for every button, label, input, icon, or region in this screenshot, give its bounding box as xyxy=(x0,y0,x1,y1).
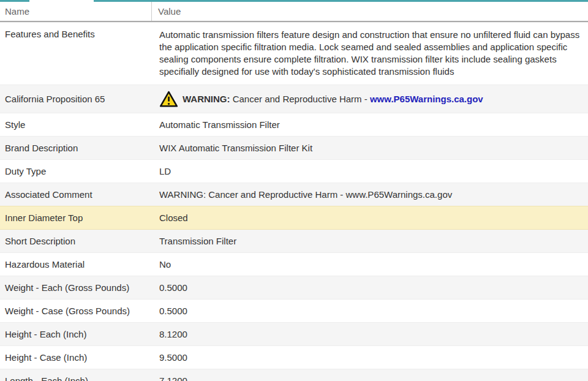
p65-warnings-link[interactable]: www.P65Warnings.ca.gov xyxy=(370,94,483,104)
row-name: Weight - Case (Gross Pounds) xyxy=(0,306,154,316)
table-row: Length - Each (Inch) 7.1200 xyxy=(0,369,588,381)
column-header-name: Name xyxy=(0,2,152,21)
table-row: Style Automatic Transmission Filter xyxy=(0,113,588,136)
row-value: WIX Automatic Transmission Filter Kit xyxy=(154,143,588,153)
table-row: Height - Case (Inch) 9.5000 xyxy=(0,345,588,369)
table-row: California Proposition 65 WARNING: Cance… xyxy=(0,85,588,113)
row-value: 0.5000 xyxy=(154,282,588,293)
row-name: Style xyxy=(0,119,154,130)
row-value: WARNING: Cancer and Reproductive Harm - … xyxy=(154,189,588,200)
row-value: 0.5000 xyxy=(154,306,588,316)
row-name: Weight - Each (Gross Pounds) xyxy=(0,282,154,293)
row-name: California Proposition 65 xyxy=(0,94,154,104)
row-name: Length - Each (Inch) xyxy=(0,375,154,381)
row-name: Inner Diameter Top xyxy=(0,213,154,223)
row-value: WARNING: Cancer and Reproductive Harm - … xyxy=(154,91,588,108)
warning-label: WARNING: xyxy=(183,94,230,104)
table-row: Associated Comment WARNING: Cancer and R… xyxy=(0,183,588,206)
table-row: Duty Type LD xyxy=(0,159,588,183)
row-value: 9.5000 xyxy=(154,352,588,363)
row-name: Duty Type xyxy=(0,166,154,176)
table-row: Weight - Each (Gross Pounds) 0.5000 xyxy=(0,276,588,299)
warning-triangle-icon xyxy=(159,91,178,108)
table-row: Weight - Case (Gross Pounds) 0.5000 xyxy=(0,299,588,322)
row-value: 8.1200 xyxy=(154,329,588,339)
table-row: Features and Benefits Automatic transmis… xyxy=(0,22,588,85)
column-header-value: Value xyxy=(152,2,588,21)
table-row: Short Description Transmission Filter xyxy=(0,230,588,252)
row-value: Automatic transmission filters feature d… xyxy=(154,29,588,78)
row-value: 7.1200 xyxy=(154,375,588,381)
row-name: Associated Comment xyxy=(0,189,154,200)
top-accent-bar xyxy=(0,0,588,2)
row-name: Brand Description xyxy=(0,143,154,153)
row-value: LD xyxy=(154,166,588,176)
warning-text: WARNING: Cancer and Reproductive Harm - … xyxy=(183,94,483,104)
table-row-highlighted: Inner Diameter Top Closed xyxy=(0,206,588,230)
row-value: Transmission Filter xyxy=(154,236,588,246)
row-value: Closed xyxy=(154,213,588,223)
row-name: Hazardous Material xyxy=(0,259,154,270)
active-tab-indicator-gap xyxy=(29,0,94,2)
row-name: Features and Benefits xyxy=(0,29,154,39)
table-row: Height - Each (Inch) 8.1200 xyxy=(0,322,588,345)
warning-body: Cancer and Reproductive Harm - xyxy=(230,94,370,104)
row-value: Automatic Transmission Filter xyxy=(154,119,588,130)
table-header: Name Value xyxy=(0,2,588,22)
row-name: Height - Each (Inch) xyxy=(0,329,154,339)
row-value: No xyxy=(154,259,588,270)
row-name: Short Description xyxy=(0,236,154,246)
table-row: Brand Description WIX Automatic Transmis… xyxy=(0,136,588,159)
table-row: Hazardous Material No xyxy=(0,252,588,276)
row-name: Height - Case (Inch) xyxy=(0,352,154,363)
